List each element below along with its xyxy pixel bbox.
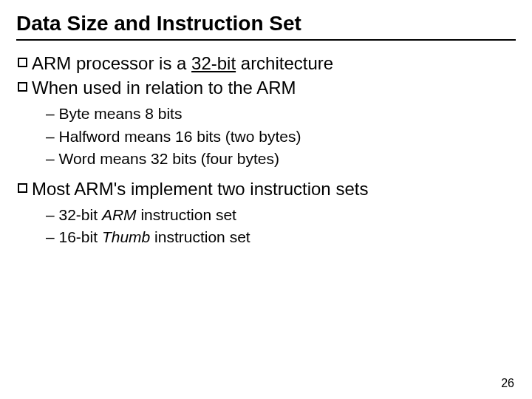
bullet-text: ARM processor is a 32-bit architecture <box>32 51 333 75</box>
text-highlight: 32-bit <box>191 53 236 73</box>
text-fragment: instruction set <box>137 206 236 223</box>
bullet-text: Most ARM's implement two instruction set… <box>32 177 368 201</box>
sub-bullet-item: Halfword means 16 bits (two bytes) <box>46 126 516 148</box>
square-bullet-icon <box>18 58 27 67</box>
text-fragment: ARM processor is a <box>32 53 191 73</box>
bullet-item: Most ARM's implement two instruction set… <box>18 177 516 201</box>
page-number: 26 <box>501 377 514 390</box>
bullet-list-level2: Byte means 8 bits Halfword means 16 bits… <box>46 103 516 170</box>
bullet-item: ARM processor is a 32-bit architecture <box>18 51 516 75</box>
text-fragment: 32-bit <box>59 206 102 223</box>
sub-bullet-item: Word means 32 bits (four bytes) <box>46 148 516 170</box>
text-fragment: 16-bit <box>59 228 102 245</box>
slide: Data Size and Instruction Set ARM proces… <box>0 0 532 399</box>
bullet-item: When used in relation to the ARM <box>18 75 516 100</box>
bullet-list-level1: ARM processor is a 32-bit architecture W… <box>18 51 516 100</box>
text-fragment: instruction set <box>150 228 250 245</box>
title-underline <box>16 39 516 41</box>
bullet-text: When used in relation to the ARM <box>32 75 296 100</box>
text-italic: ARM <box>102 206 137 223</box>
sub-bullet-item: Byte means 8 bits <box>46 103 516 125</box>
sub-bullet-item: 32-bit ARM instruction set <box>46 204 516 226</box>
text-italic: Thumb <box>102 228 150 245</box>
bullet-list-level1: Most ARM's implement two instruction set… <box>18 177 516 201</box>
text-fragment: architecture <box>236 53 333 73</box>
bullet-list-level2: 32-bit ARM instruction set 16-bit Thumb … <box>46 204 516 249</box>
square-bullet-icon <box>18 82 27 92</box>
slide-title: Data Size and Instruction Set <box>16 10 516 36</box>
square-bullet-icon <box>18 183 27 193</box>
sub-bullet-item: 16-bit Thumb instruction set <box>46 226 516 248</box>
